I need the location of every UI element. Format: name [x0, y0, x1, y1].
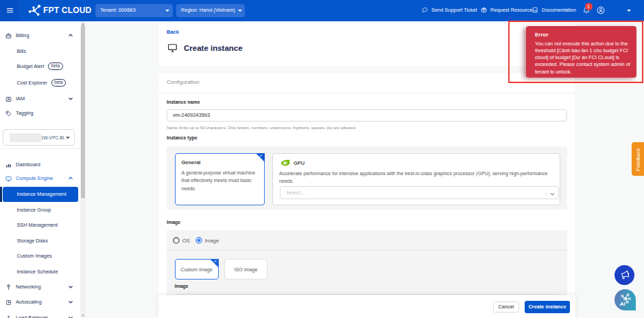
svg-text:AI: AI: [619, 301, 625, 307]
